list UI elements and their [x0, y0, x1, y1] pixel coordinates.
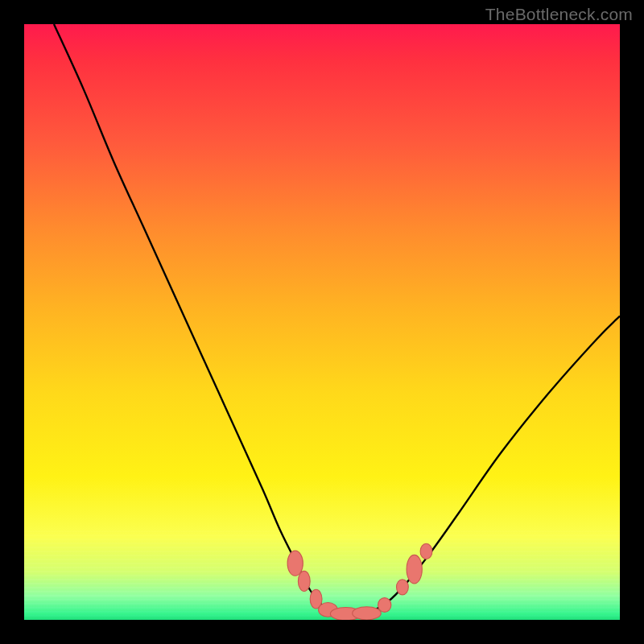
curve-svg	[24, 24, 620, 620]
curve-marker	[298, 571, 310, 591]
curve-marker	[287, 551, 303, 576]
watermark-text: TheBottleneck.com	[485, 5, 633, 24]
chart-frame: TheBottleneck.com	[0, 0, 644, 644]
curve-markers	[287, 543, 432, 620]
bottleneck-curve	[54, 24, 620, 614]
curve-marker	[420, 543, 432, 559]
curve-marker	[353, 607, 382, 620]
curve-marker	[378, 598, 391, 613]
curve-marker	[407, 555, 422, 584]
curve-marker	[397, 580, 409, 595]
plot-area	[24, 24, 620, 620]
